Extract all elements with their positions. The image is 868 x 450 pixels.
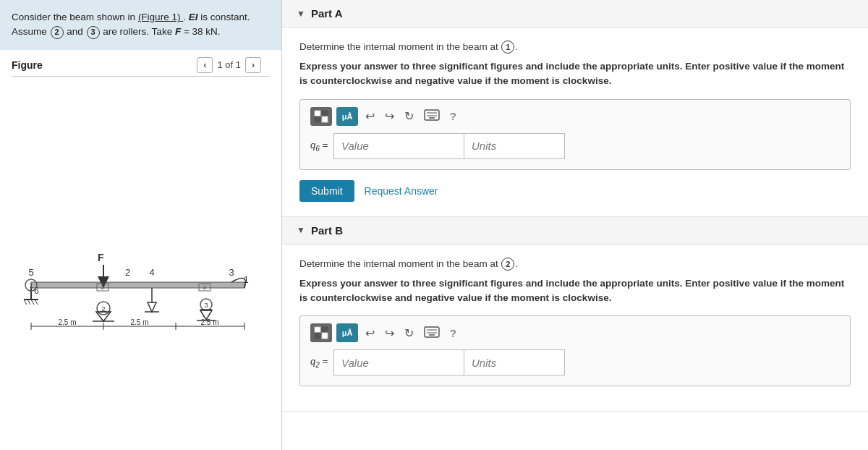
problem-text-3: is constant. — [200, 12, 250, 22]
svg-rect-56 — [425, 327, 439, 337]
svg-line-5 — [35, 300, 38, 305]
svg-text:5: 5 — [28, 267, 33, 278]
svg-text:1: 1 — [29, 282, 33, 289]
part-b-title: Part B — [311, 224, 343, 237]
part-b-value-input[interactable] — [333, 349, 464, 375]
part-b-mu-btn[interactable]: μÅ — [336, 323, 358, 342]
part-b-help-btn[interactable]: ? — [447, 326, 459, 341]
figure-prev-button[interactable]: ‹ — [197, 57, 213, 73]
circle-3: 3 — [87, 26, 100, 39]
svg-line-2 — [24, 300, 27, 305]
part-a-submit-button[interactable]: Submit — [299, 180, 354, 202]
part-b-desc: Determine the internal moment in the bea… — [299, 258, 851, 271]
part-a-request-answer-link[interactable]: Request Answer — [365, 185, 438, 197]
svg-rect-54 — [315, 333, 320, 339]
svg-text:F: F — [98, 252, 104, 263]
f-label: F — [175, 26, 181, 37]
part-a-chevron: ▼ — [297, 9, 305, 19]
part-a-square-btn[interactable] — [310, 107, 332, 126]
part-b-square-btn[interactable] — [310, 323, 332, 342]
figure-area: 5 6 1 F 4 — [0, 77, 281, 451]
part-a-input-row: q6 = — [310, 133, 840, 159]
part-b-header[interactable]: ▼ Part B — [282, 217, 868, 245]
part-b-input-row: q2 = — [310, 349, 840, 375]
part-a-units-input[interactable] — [464, 133, 565, 159]
svg-line-3 — [27, 300, 30, 305]
part-b-chevron: ▼ — [297, 225, 305, 235]
part-a-undo-btn[interactable]: ↩ — [362, 108, 378, 124]
problem-text-4: Assume — [12, 26, 50, 37]
right-panel: ▼ Part A Determine the internal moment i… — [282, 0, 868, 450]
ei-label: EI — [189, 12, 198, 22]
part-a-mu-btn[interactable]: μÅ — [336, 107, 358, 126]
part-a-actions: Submit Request Answer — [299, 180, 851, 202]
svg-text:4: 4 — [149, 267, 154, 278]
figure-label: Figure — [12, 59, 197, 71]
problem-text-7: = 38 kN. — [184, 26, 221, 37]
svg-text:1: 1 — [244, 275, 249, 285]
problem-text-6: are rollers. Take — [103, 26, 175, 37]
part-b-redo-btn[interactable]: ↪ — [382, 325, 397, 341]
part-b-undo-btn[interactable]: ↩ — [362, 325, 378, 341]
part-a-header[interactable]: ▼ Part A — [282, 0, 868, 27]
problem-text-2: . — [183, 12, 189, 22]
svg-text:2: 2 — [125, 267, 130, 278]
svg-text:3: 3 — [229, 267, 234, 278]
part-b-toolbar: μÅ ↩ ↪ ↻ ? — [310, 323, 840, 342]
part-b-refresh-btn[interactable]: ↻ — [401, 325, 417, 341]
part-b-keyboard-btn[interactable] — [421, 325, 443, 341]
part-a-title: Part A — [311, 7, 343, 20]
svg-rect-55 — [322, 333, 328, 339]
svg-rect-53 — [322, 327, 328, 333]
part-a-instructions: Express your answer to three significant… — [299, 59, 851, 89]
part-b-instructions: Express your answer to three significant… — [299, 276, 851, 306]
part-a-section: ▼ Part A Determine the internal moment i… — [282, 0, 868, 217]
svg-text:2.5 m: 2.5 m — [58, 318, 76, 326]
part-a-value-input[interactable] — [333, 133, 464, 159]
figure-link[interactable]: (Figure 1) — [138, 12, 183, 22]
svg-line-4 — [31, 300, 34, 305]
part-b-input-label: q2 = — [310, 356, 328, 369]
figure-next-button[interactable]: › — [245, 57, 261, 73]
svg-rect-44 — [315, 111, 320, 116]
part-a-refresh-btn[interactable]: ↻ — [401, 108, 417, 124]
figure-nav: ‹ 1 of 1 › — [197, 54, 270, 76]
part-a-body: Determine the internal moment in the bea… — [282, 27, 868, 216]
part-a-answer-box: μÅ ↩ ↪ ↻ ? q6 = — [299, 99, 851, 170]
part-a-toolbar: μÅ ↩ ↪ ↻ ? — [310, 107, 840, 126]
problem-text-5: and — [67, 26, 85, 37]
svg-rect-46 — [315, 116, 320, 122]
svg-text:2.5 m: 2.5 m — [130, 318, 148, 326]
beam-diagram: 5 6 1 F 4 — [18, 192, 264, 330]
part-b-units-input[interactable] — [464, 349, 565, 375]
svg-rect-45 — [322, 111, 328, 116]
svg-marker-20 — [96, 312, 111, 321]
part-b-circle: 2 — [501, 258, 514, 271]
left-panel: Consider the beam shown in (Figure 1) . … — [0, 0, 282, 450]
part-a-input-label: q6 = — [310, 140, 328, 153]
svg-text:2: 2 — [101, 284, 104, 291]
svg-rect-52 — [315, 327, 320, 333]
svg-text:2: 2 — [203, 284, 206, 291]
svg-marker-15 — [148, 302, 156, 312]
part-a-desc: Determine the internal moment in the bea… — [299, 41, 851, 54]
svg-rect-47 — [322, 116, 328, 122]
figure-page: 1 of 1 — [217, 59, 241, 70]
part-a-redo-btn[interactable]: ↪ — [382, 108, 397, 124]
problem-text-1: Consider the beam shown in — [12, 12, 135, 22]
part-a-circle: 1 — [501, 41, 514, 54]
part-b-section: ▼ Part B Determine the internal moment i… — [282, 217, 868, 412]
svg-text:3: 3 — [204, 302, 208, 309]
part-b-body: Determine the internal moment in the bea… — [282, 245, 868, 412]
circle-2: 2 — [51, 26, 64, 39]
svg-text:2.5 m: 2.5 m — [200, 318, 218, 326]
part-b-answer-box: μÅ ↩ ↪ ↻ ? q2 = — [299, 315, 851, 386]
svg-rect-6 — [31, 282, 244, 288]
part-a-help-btn[interactable]: ? — [447, 109, 459, 124]
problem-statement: Consider the beam shown in (Figure 1) . … — [0, 0, 281, 50]
part-a-keyboard-btn[interactable] — [421, 108, 443, 124]
svg-rect-48 — [425, 110, 439, 120]
figure-top-row: Figure ‹ 1 of 1 › — [0, 50, 281, 76]
